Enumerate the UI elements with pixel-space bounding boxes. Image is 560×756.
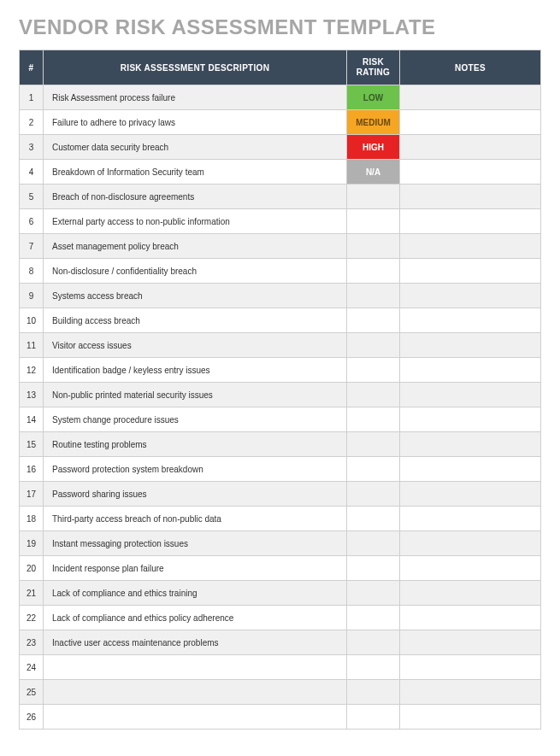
table-row: 14System change procedure issues bbox=[20, 407, 541, 432]
row-notes bbox=[400, 135, 541, 160]
row-notes bbox=[400, 383, 541, 407]
row-num: 10 bbox=[20, 308, 44, 333]
row-desc: Visitor access issues bbox=[44, 333, 347, 358]
row-num: 1 bbox=[20, 85, 44, 110]
row-desc: Systems access breach bbox=[44, 284, 347, 308]
row-notes bbox=[400, 655, 541, 680]
row-rating bbox=[347, 482, 400, 507]
row-rating bbox=[347, 407, 400, 432]
table-row: 10Building access breach bbox=[20, 308, 541, 333]
row-desc: Routine testing problems bbox=[44, 432, 347, 457]
table-row: 25 bbox=[20, 680, 541, 705]
row-notes bbox=[400, 209, 541, 234]
row-num: 19 bbox=[20, 531, 44, 556]
table-row: 15Routine testing problems bbox=[20, 432, 541, 457]
row-desc: Identification badge / keyless entry iss… bbox=[44, 358, 347, 383]
row-rating bbox=[347, 680, 400, 705]
row-notes bbox=[400, 556, 541, 581]
row-rating bbox=[347, 185, 400, 209]
row-rating: LOW bbox=[347, 85, 400, 110]
table-row: 8Non-disclosure / confidentiality breach bbox=[20, 259, 541, 284]
row-notes bbox=[400, 333, 541, 358]
table-row: 16Password protection system breakdown bbox=[20, 457, 541, 482]
table-row: 18Third-party access breach of non-publi… bbox=[20, 507, 541, 531]
row-rating bbox=[347, 556, 400, 581]
header-notes: NOTES bbox=[400, 50, 541, 85]
row-num: 11 bbox=[20, 333, 44, 358]
row-rating: HIGH bbox=[347, 135, 400, 160]
row-notes bbox=[400, 160, 541, 185]
row-rating bbox=[347, 581, 400, 606]
row-notes bbox=[400, 432, 541, 457]
row-desc: External party access to non-public info… bbox=[44, 209, 347, 234]
row-notes bbox=[400, 482, 541, 507]
row-rating bbox=[347, 655, 400, 680]
row-rating bbox=[347, 507, 400, 531]
row-num: 9 bbox=[20, 284, 44, 308]
row-desc: Non-public printed material security iss… bbox=[44, 383, 347, 407]
row-notes bbox=[400, 358, 541, 383]
row-num: 24 bbox=[20, 655, 44, 680]
row-desc: Failure to adhere to privacy laws bbox=[44, 110, 347, 135]
header-rating: RISK RATING bbox=[347, 50, 400, 85]
table-row: 17Password sharing issues bbox=[20, 482, 541, 507]
row-num: 23 bbox=[20, 630, 44, 655]
row-num: 5 bbox=[20, 185, 44, 209]
row-rating bbox=[347, 457, 400, 482]
row-desc: System change procedure issues bbox=[44, 407, 347, 432]
row-num: 8 bbox=[20, 259, 44, 284]
row-num: 22 bbox=[20, 606, 44, 630]
row-desc: Instant messaging protection issues bbox=[44, 531, 347, 556]
table-row: 2Failure to adhere to privacy lawsMEDIUM bbox=[20, 110, 541, 135]
header-num: # bbox=[20, 50, 44, 85]
table-row: 21Lack of compliance and ethics training bbox=[20, 581, 541, 606]
row-desc: Risk Assessment process failure bbox=[44, 85, 347, 110]
row-num: 20 bbox=[20, 556, 44, 581]
table-body: 1Risk Assessment process failureLOW2Fail… bbox=[20, 85, 541, 730]
row-rating bbox=[347, 705, 400, 730]
row-num: 14 bbox=[20, 407, 44, 432]
row-notes bbox=[400, 407, 541, 432]
row-desc: Lack of compliance and ethics policy adh… bbox=[44, 606, 347, 630]
row-notes bbox=[400, 457, 541, 482]
row-desc bbox=[44, 680, 347, 705]
row-notes bbox=[400, 308, 541, 333]
row-num: 6 bbox=[20, 209, 44, 234]
row-rating bbox=[347, 259, 400, 284]
row-num: 16 bbox=[20, 457, 44, 482]
row-desc: Non-disclosure / confidentiality breach bbox=[44, 259, 347, 284]
row-desc: Lack of compliance and ethics training bbox=[44, 581, 347, 606]
row-desc: Incident response plan failure bbox=[44, 556, 347, 581]
table-row: 24 bbox=[20, 655, 541, 680]
row-notes bbox=[400, 630, 541, 655]
row-desc: Password protection system breakdown bbox=[44, 457, 347, 482]
row-desc: Breach of non-disclosure agreements bbox=[44, 185, 347, 209]
row-rating bbox=[347, 606, 400, 630]
row-num: 4 bbox=[20, 160, 44, 185]
row-desc: Password sharing issues bbox=[44, 482, 347, 507]
table-row: 12Identification badge / keyless entry i… bbox=[20, 358, 541, 383]
row-num: 15 bbox=[20, 432, 44, 457]
row-rating bbox=[347, 358, 400, 383]
row-desc: Asset management policy breach bbox=[44, 234, 347, 259]
header-desc: RISK ASSESSMENT DESCRIPTION bbox=[44, 50, 347, 85]
row-notes bbox=[400, 259, 541, 284]
header-row: # RISK ASSESSMENT DESCRIPTION RISK RATIN… bbox=[20, 50, 541, 85]
row-notes bbox=[400, 531, 541, 556]
page-title: VENDOR RISK ASSESSMENT TEMPLATE bbox=[19, 15, 541, 39]
row-num: 7 bbox=[20, 234, 44, 259]
row-num: 21 bbox=[20, 581, 44, 606]
row-rating: N/A bbox=[347, 160, 400, 185]
row-rating bbox=[347, 383, 400, 407]
row-num: 12 bbox=[20, 358, 44, 383]
row-rating bbox=[347, 209, 400, 234]
table-row: 13Non-public printed material security i… bbox=[20, 383, 541, 407]
table-row: 22Lack of compliance and ethics policy a… bbox=[20, 606, 541, 630]
row-notes bbox=[400, 680, 541, 705]
row-rating bbox=[347, 234, 400, 259]
row-desc: Customer data security breach bbox=[44, 135, 347, 160]
table-row: 26 bbox=[20, 705, 541, 730]
table-row: 19Instant messaging protection issues bbox=[20, 531, 541, 556]
row-notes bbox=[400, 606, 541, 630]
row-rating bbox=[347, 308, 400, 333]
